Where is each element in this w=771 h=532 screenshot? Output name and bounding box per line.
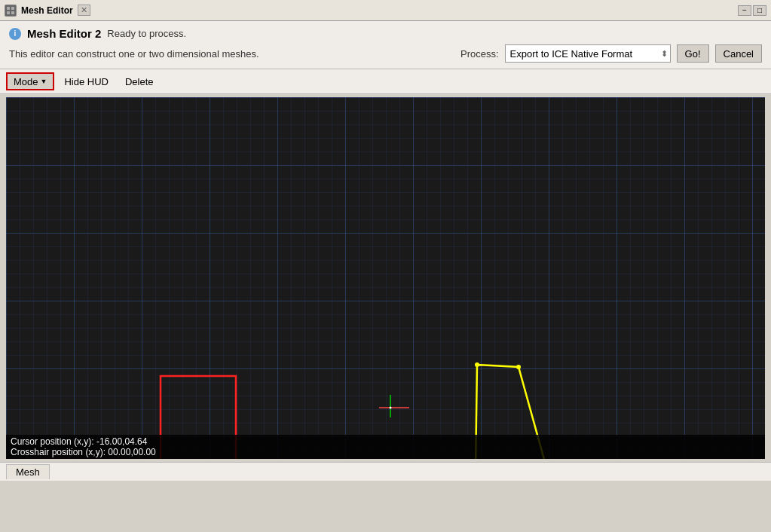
svg-rect-4 <box>11 11 14 14</box>
mesh-tab[interactable]: Mesh <box>6 464 50 479</box>
window-controls: − □ <box>738 5 766 16</box>
process-select-wrapper[interactable]: Export to ICE Native Format <box>505 44 671 63</box>
ready-status: Ready to process. <box>107 28 186 39</box>
description-text: This editor can construct one or two dim… <box>9 48 259 60</box>
app-icon <box>5 5 17 17</box>
mode-label: Mode <box>14 76 38 87</box>
status-bar: Cursor position (x,y): -16.00,04.64 Cros… <box>6 435 765 459</box>
close-icon[interactable]: ✕ <box>78 5 90 16</box>
svg-rect-2 <box>11 7 14 10</box>
header-section: i Mesh Editor 2 Ready to process. This e… <box>0 21 771 69</box>
svg-rect-7 <box>6 97 765 459</box>
process-select[interactable]: Export to ICE Native Format <box>505 44 671 63</box>
chevron-down-icon: ▼ <box>41 78 47 85</box>
info-icon: i <box>9 28 21 40</box>
title-bar: Mesh Editor ✕ − □ <box>0 0 771 21</box>
delete-button[interactable]: Delete <box>118 72 161 90</box>
svg-point-13 <box>516 365 521 369</box>
maximize-button[interactable]: □ <box>753 5 766 16</box>
process-row: Process: Export to ICE Native Format Go!… <box>460 44 762 63</box>
canvas-area[interactable]: Cursor position (x,y): -16.00,04.64 Cros… <box>6 97 765 459</box>
go-button[interactable]: Go! <box>677 44 709 63</box>
window-title: Mesh Editor <box>21 5 73 16</box>
hide-hud-button[interactable]: Hide HUD <box>57 72 115 90</box>
editor-title: Mesh Editor 2 <box>27 27 101 40</box>
toolbar: Mode ▼ Hide HUD Delete <box>0 69 771 94</box>
svg-point-11 <box>390 407 392 409</box>
mode-button[interactable]: Mode ▼ <box>6 72 54 90</box>
bottom-tab-bar: Mesh <box>0 462 771 481</box>
svg-rect-1 <box>7 7 10 10</box>
svg-point-12 <box>475 362 479 367</box>
mesh-canvas[interactable] <box>6 97 765 459</box>
cancel-button[interactable]: Cancel <box>715 44 762 63</box>
svg-rect-3 <box>7 11 10 14</box>
process-label: Process: <box>460 48 499 60</box>
cursor-position: Cursor position (x,y): -16.00,04.64 <box>11 436 760 447</box>
minimize-button[interactable]: − <box>738 5 751 16</box>
crosshair-position: Crosshair position (x,y): 00.00,00.00 <box>11 447 760 457</box>
